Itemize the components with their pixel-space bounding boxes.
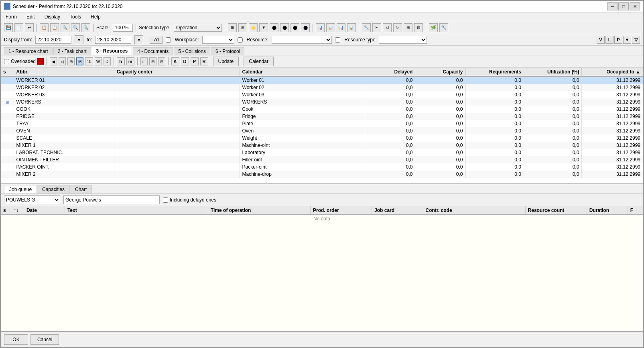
unit-h-btn[interactable]: h	[117, 57, 125, 65]
menu-help[interactable]: Help	[89, 14, 102, 20]
col-header-capacity[interactable]: Capacity	[415, 68, 465, 76]
job-col-resource-count[interactable]: Resource count	[525, 206, 587, 215]
tb-chart4[interactable]: 📊	[347, 23, 356, 32]
table-row[interactable]: OVEN Oven 0,0 0,0 0,0 0,0 31.12.2999	[1, 127, 643, 134]
menu-edit[interactable]: Edit	[25, 14, 37, 20]
tb-nav5[interactable]: ⊞	[404, 23, 412, 32]
person-name-input[interactable]	[63, 195, 160, 204]
workplace-check[interactable]	[166, 37, 171, 43]
from-date-dropdown[interactable]: ▼	[75, 35, 83, 44]
col-header-utilization[interactable]: Utilization (%)	[524, 68, 582, 76]
filter-p-btn[interactable]: P	[191, 57, 199, 65]
tb-action6[interactable]: ⬤	[280, 23, 289, 32]
tb-btn2[interactable]: 📋	[50, 23, 59, 32]
table-row[interactable]: MIXER 2 Machine-drop 0,0 0,0 0,0 0,0 31.…	[1, 171, 643, 178]
tb-action4[interactable]: ▼	[259, 23, 268, 32]
cancel-button[interactable]: Cancel	[30, 334, 59, 345]
col-header-requirements[interactable]: Requirements	[465, 68, 524, 76]
tb-action8[interactable]: ⬤	[301, 23, 310, 32]
btab-capacities[interactable]: Capacities	[37, 185, 70, 193]
tb-chart2[interactable]: 📊	[326, 23, 335, 32]
tb-action3[interactable]: 🌟	[249, 23, 258, 32]
l-button[interactable]: L	[605, 36, 614, 44]
resource-type-select[interactable]	[379, 36, 427, 44]
col-header-abbr[interactable]: Abbr.	[14, 68, 114, 76]
minimize-button[interactable]: ─	[607, 2, 618, 10]
job-col-f[interactable]: F	[628, 206, 643, 215]
save-button[interactable]: 💾	[4, 23, 13, 32]
tb-action2[interactable]: ⊞	[238, 23, 247, 32]
display-mode2-btn[interactable]: ⊞	[149, 57, 156, 65]
tb-action1[interactable]: ⊞	[228, 23, 237, 32]
tab-collisions[interactable]: 5 - Collisions	[174, 47, 210, 55]
table-row[interactable]: SCALE Weight 0,0 0,0 0,0 0,0 31.12.2999	[1, 134, 643, 142]
tb-btn1[interactable]: 📋	[40, 23, 49, 32]
tb-nav3[interactable]: ◁	[383, 23, 392, 32]
calendar-button[interactable]: Calendar	[244, 57, 274, 66]
nav-view-btn[interactable]: ⊞	[67, 57, 75, 65]
filter-d-btn[interactable]: D	[181, 57, 189, 65]
display-mode1-btn[interactable]: □	[140, 57, 148, 65]
tb-action5[interactable]: ⬤	[270, 23, 278, 32]
zoom-in-button[interactable]: 🔍	[61, 23, 69, 32]
zoom-out-button[interactable]: 🔍	[71, 23, 80, 32]
job-table-container[interactable]: s ↑↓ Date Text Time of operation Prod. o…	[1, 206, 643, 331]
tb-chart1[interactable]: 📊	[316, 23, 325, 32]
from-date-input[interactable]	[35, 36, 71, 44]
menu-tools[interactable]: Tools	[68, 14, 83, 20]
table-row[interactable]: WORKER 02 Worker 02 0,0 0,0 0,0 0,0 31.1…	[1, 84, 643, 91]
filter-button[interactable]: ▼	[623, 36, 631, 44]
filter2-button[interactable]: ▽	[632, 36, 640, 44]
table-row[interactable]: ⊞ WORKERS WORKERS 0,0 0,0 0,0 0,0 31.12.…	[1, 98, 643, 106]
selection-type-select[interactable]: Operation Resource Task	[174, 24, 222, 32]
filter-r-btn[interactable]: R	[200, 57, 208, 65]
btab-job-queue[interactable]: Job queue	[4, 185, 37, 193]
tb-nav4[interactable]: ▷	[393, 23, 402, 32]
to-date-input[interactable]	[95, 36, 131, 44]
view-d-btn[interactable]: D	[104, 57, 111, 65]
job-col-contr-code[interactable]: Contr. code	[423, 206, 525, 215]
table-row[interactable]: COOK Cook 0,0 0,0 0,0 0,0 31.12.2999	[1, 106, 643, 113]
close-button[interactable]: ✕	[630, 2, 640, 10]
job-col-date[interactable]: Date	[24, 206, 65, 215]
undo-button[interactable]: ↩	[25, 23, 34, 32]
table-row[interactable]: OINTMENT FILLER Filler-oint 0,0 0,0 0,0 …	[1, 156, 643, 163]
update-button[interactable]: Update	[213, 57, 239, 66]
maximize-button[interactable]: □	[618, 2, 629, 10]
overloaded-check[interactable]	[4, 59, 9, 64]
resource-check[interactable]	[238, 37, 243, 43]
display-mode3-btn[interactable]: ⊟	[158, 57, 165, 65]
tab-task-chart[interactable]: 2 - Task chart	[53, 47, 91, 55]
col-header-calendar[interactable]: Calendar	[240, 68, 365, 76]
btab-chart[interactable]: Chart	[70, 185, 92, 193]
days-button[interactable]: 7d	[150, 36, 162, 44]
tb-btn3[interactable]: 🔍	[81, 23, 90, 32]
tab-protocol[interactable]: 6 - Protocol	[211, 47, 244, 55]
person-select[interactable]: POUWELS G.	[4, 195, 60, 204]
nav-prev2-btn[interactable]: ◁	[59, 57, 66, 65]
to-date-dropdown[interactable]: ▼	[134, 35, 143, 44]
table-row[interactable]: TRAY Plate 0,0 0,0 0,0 0,0 31.12.2999	[1, 120, 643, 127]
tb-nav1[interactable]: 🔧	[362, 23, 371, 32]
col-header-delayed[interactable]: Delayed	[365, 68, 415, 76]
resource-table-scroll[interactable]: s Abbr. Capacity center Calendar Delayed…	[1, 68, 643, 178]
save2-button[interactable]: 📄	[14, 23, 23, 32]
resource-type-check[interactable]	[335, 37, 340, 43]
job-col-job-card[interactable]: Job card	[372, 206, 423, 215]
job-col-duration[interactable]: Duration	[587, 206, 628, 215]
tb-extra2[interactable]: 🔧	[439, 23, 448, 32]
nav-prev-btn[interactable]: ◀	[50, 57, 57, 65]
table-row[interactable]: WORKER 03 Worker 03 0,0 0,0 0,0 0,0 31.1…	[1, 91, 643, 98]
including-delayed-check[interactable]	[163, 197, 168, 203]
unit-m-btn[interactable]: m	[126, 57, 134, 65]
resource-select[interactable]	[272, 36, 332, 44]
workplace-select[interactable]	[202, 36, 234, 44]
tab-resources[interactable]: 3 - Resources	[92, 47, 132, 55]
table-row[interactable]: LABORAT. TECHNIC. Laboratory 0,0 0,0 0,0…	[1, 149, 643, 156]
view-m-btn[interactable]: M	[76, 57, 83, 65]
job-col-prod-order[interactable]: Prod. order	[311, 206, 372, 215]
scale-input[interactable]	[113, 24, 133, 32]
tab-documents[interactable]: 4 - Documents	[133, 47, 173, 55]
view-w-btn[interactable]: W	[95, 57, 102, 65]
table-row[interactable]: MIXER 1 Machine-oint 0,0 0,0 0,0 0,0 31.…	[1, 142, 643, 149]
